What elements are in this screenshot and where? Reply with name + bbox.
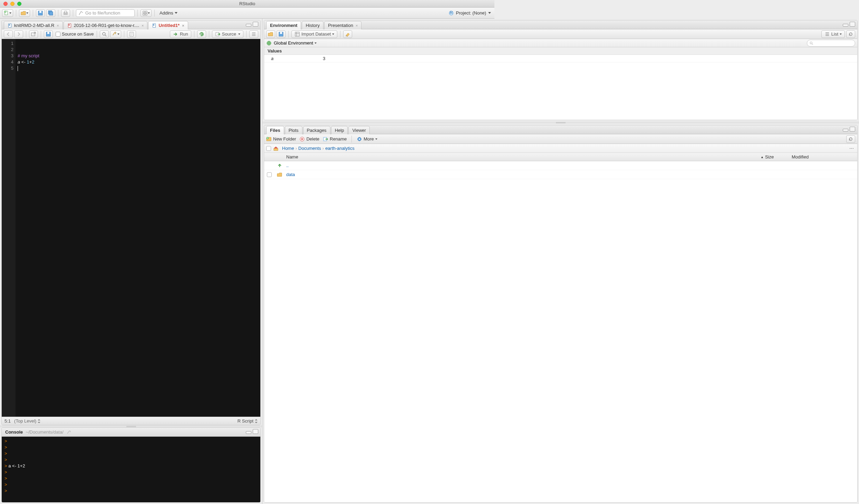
minimize-pane-button[interactable] bbox=[246, 24, 251, 27]
svg-point-24 bbox=[116, 32, 116, 33]
delete-button[interactable]: Delete bbox=[299, 136, 319, 142]
more-button[interactable]: More bbox=[357, 136, 377, 142]
rerun-button[interactable] bbox=[197, 30, 206, 38]
col-name-header[interactable]: Name bbox=[285, 154, 494, 159]
print-button[interactable] bbox=[61, 9, 70, 17]
tab-label: Viewer bbox=[352, 128, 366, 133]
grid-tools-button[interactable] bbox=[141, 9, 152, 17]
maximize-pane-button[interactable] bbox=[253, 22, 258, 27]
files-tab[interactable]: Viewer bbox=[348, 126, 370, 134]
env-tab[interactable]: History bbox=[302, 21, 323, 29]
goto-file-function-input[interactable]: Go to file/function bbox=[76, 9, 135, 17]
source-tabs: knitRMD-2-MD-all.R×2016-12-06-R01-get-to… bbox=[2, 20, 260, 29]
file-name[interactable]: .. bbox=[285, 163, 494, 168]
goto-placeholder: Go to file/function bbox=[85, 10, 120, 16]
clear-workspace-button[interactable] bbox=[343, 30, 352, 38]
breadcrumb-link[interactable]: earth-analytics bbox=[325, 146, 355, 151]
chevron-icon: › bbox=[296, 146, 297, 151]
close-tab-icon[interactable]: × bbox=[356, 23, 358, 28]
svg-point-23 bbox=[103, 32, 105, 35]
new-file-button[interactable] bbox=[2, 9, 13, 17]
files-toolbar: New Folder Delete Rename More bbox=[264, 134, 494, 144]
svg-rect-7 bbox=[65, 11, 67, 13]
save-all-button[interactable] bbox=[46, 9, 55, 17]
right-splitter[interactable] bbox=[262, 122, 494, 124]
popout-button[interactable] bbox=[29, 30, 38, 38]
new-folder-button[interactable]: New Folder bbox=[266, 136, 296, 142]
tab-label: Environment bbox=[270, 23, 297, 28]
svg-rect-14 bbox=[9, 23, 11, 27]
env-body: Values a3 bbox=[264, 47, 494, 120]
env-tab[interactable]: Presentation× bbox=[324, 21, 361, 29]
files-tab[interactable]: Packages bbox=[303, 126, 330, 134]
file-icon bbox=[8, 23, 12, 28]
select-all-checkbox[interactable] bbox=[266, 146, 271, 151]
tab-label: Plots bbox=[289, 128, 299, 133]
source-toolbar: Source on Save Run So bbox=[2, 29, 260, 39]
save-workspace-button[interactable] bbox=[277, 30, 286, 38]
home-icon[interactable] bbox=[273, 146, 279, 151]
rename-button[interactable]: Rename bbox=[323, 136, 347, 142]
load-workspace-button[interactable] bbox=[266, 30, 275, 38]
env-tabs: EnvironmentHistoryPresentation× bbox=[264, 20, 494, 29]
svg-rect-18 bbox=[153, 23, 156, 27]
code-tools-button[interactable] bbox=[110, 30, 121, 38]
import-dataset-button[interactable]: Import Dataset bbox=[291, 30, 337, 38]
svg-point-25 bbox=[115, 32, 116, 32]
file-name[interactable]: data bbox=[285, 172, 494, 177]
close-tab-icon[interactable]: × bbox=[182, 23, 184, 28]
files-tab[interactable]: Files bbox=[266, 126, 284, 134]
svg-rect-30 bbox=[295, 32, 299, 36]
files-tab[interactable]: Help bbox=[331, 126, 348, 134]
back-button[interactable] bbox=[4, 30, 13, 38]
window-title: RStudio bbox=[0, 1, 494, 6]
file-row[interactable]: .. bbox=[264, 161, 494, 170]
svg-rect-11 bbox=[145, 13, 147, 15]
env-scope-selector[interactable]: Global Environment bbox=[274, 40, 317, 46]
chevron-icon: › bbox=[322, 146, 324, 151]
svg-point-37 bbox=[359, 138, 360, 140]
addins-menu[interactable]: Addins bbox=[157, 10, 180, 16]
env-variable-row[interactable]: a3 bbox=[264, 55, 494, 62]
source-pane: knitRMD-2-MD-all.R×2016-12-06-R01-get-to… bbox=[1, 20, 261, 290]
tab-label: Untitled1* bbox=[158, 23, 180, 28]
file-icon bbox=[67, 23, 72, 28]
source-tab[interactable]: Untitled1*× bbox=[148, 21, 188, 29]
svg-rect-5 bbox=[49, 12, 53, 15]
environment-pane: EnvironmentHistoryPresentation× Import D… bbox=[264, 20, 494, 120]
svg-rect-3 bbox=[39, 11, 41, 13]
env-tab[interactable]: Environment bbox=[266, 21, 301, 29]
source-tab[interactable]: knitRMD-2-MD-all.R× bbox=[4, 21, 63, 29]
window-titlebar: RStudio bbox=[0, 0, 494, 8]
breadcrumb-link[interactable]: Documents bbox=[298, 146, 321, 151]
close-tab-icon[interactable]: × bbox=[57, 23, 59, 28]
tab-label: Presentation bbox=[328, 23, 353, 28]
env-scope-bar: Global Environment bbox=[264, 39, 494, 47]
forward-button[interactable] bbox=[14, 30, 23, 38]
folder-icon bbox=[277, 172, 282, 177]
source-tab[interactable]: 2016-12-06-R01-get-to-know-r....× bbox=[64, 21, 148, 29]
find-replace-button[interactable] bbox=[100, 30, 109, 38]
close-tab-icon[interactable]: × bbox=[142, 23, 144, 28]
tab-label: 2016-12-06-R01-get-to-know-r.... bbox=[74, 23, 139, 28]
save-button[interactable] bbox=[36, 9, 45, 17]
save-source-button[interactable] bbox=[44, 30, 53, 38]
file-row[interactable]: data bbox=[264, 170, 494, 179]
main-toolbar: Go to file/function Addins R Project: (N… bbox=[0, 8, 494, 19]
svg-text:R: R bbox=[450, 10, 453, 15]
files-tab[interactable]: Plots bbox=[285, 126, 302, 134]
outline-button[interactable] bbox=[249, 30, 258, 38]
source-button[interactable]: Source bbox=[212, 30, 243, 38]
up-arrow-icon bbox=[277, 163, 282, 168]
run-button[interactable]: Run bbox=[170, 30, 191, 38]
project-menu[interactable]: R Project: (None) bbox=[448, 10, 492, 16]
code-editor[interactable]: # my scripta <- 1+2 bbox=[16, 39, 260, 290]
row-checkbox[interactable] bbox=[267, 172, 272, 177]
compile-report-button[interactable] bbox=[127, 30, 136, 38]
svg-rect-9 bbox=[145, 11, 147, 13]
svg-point-17 bbox=[68, 24, 70, 26]
source-on-save-checkbox[interactable]: Source on Save bbox=[56, 31, 94, 37]
open-project-button[interactable] bbox=[19, 9, 30, 17]
svg-rect-8 bbox=[143, 11, 145, 13]
breadcrumb-link[interactable]: Home bbox=[282, 146, 294, 151]
